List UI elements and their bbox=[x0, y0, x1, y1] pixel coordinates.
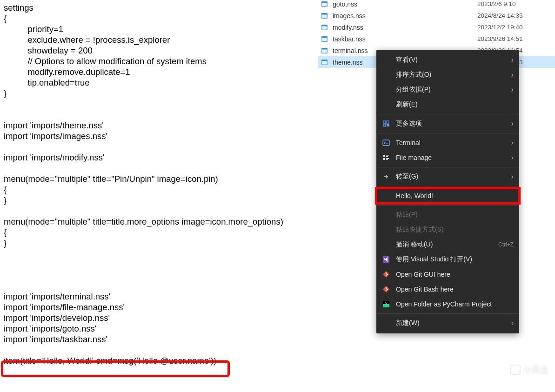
code-line: { bbox=[4, 13, 320, 24]
svg-rect-25 bbox=[386, 155, 389, 156]
svg-rect-24 bbox=[383, 155, 385, 157]
menu-item[interactable]: 新建(W)› bbox=[376, 316, 519, 331]
chevron-right-icon: › bbox=[511, 173, 514, 181]
svg-rect-21 bbox=[387, 124, 389, 126]
menu-item[interactable]: 撤消 移动(U)Ctrl+Z bbox=[376, 237, 519, 252]
file-icon bbox=[321, 0, 329, 8]
menu-label: Hello, World! bbox=[396, 192, 514, 199]
chevron-right-icon: › bbox=[511, 319, 514, 327]
code-line: } bbox=[4, 195, 320, 206]
menu-item[interactable]: 转至(G)› bbox=[376, 169, 519, 184]
code-line: menu(mode="multiple" title=title.more_op… bbox=[4, 216, 320, 227]
goto-icon bbox=[382, 173, 390, 181]
svg-rect-29 bbox=[386, 159, 388, 160]
menu-label: 更多选项 bbox=[396, 120, 508, 128]
filemanage-icon bbox=[382, 153, 390, 162]
menu-item[interactable]: 排序方式(O)› bbox=[376, 67, 519, 82]
git-icon bbox=[382, 270, 390, 279]
code-line: modify.remove.duplicate=1 bbox=[4, 66, 320, 77]
code-line bbox=[4, 248, 320, 259]
code-line: tip.enabled=true bbox=[4, 77, 320, 88]
code-line bbox=[4, 280, 320, 291]
menu-label: 新建(W) bbox=[396, 319, 508, 327]
menu-separator bbox=[377, 186, 519, 186]
code-line bbox=[4, 206, 320, 216]
menu-separator bbox=[377, 133, 519, 133]
code-line: { bbox=[4, 227, 320, 238]
blank-icon bbox=[382, 240, 390, 249]
blank-icon bbox=[382, 100, 390, 109]
svg-rect-10 bbox=[321, 36, 328, 38]
menu-label: Open Folder as PyCharm Project bbox=[396, 300, 514, 308]
menu-item[interactable]: 查看(V)› bbox=[376, 53, 519, 67]
menu-shortcut: Ctrl+Z bbox=[498, 241, 514, 248]
file-date: 2023/12/2 19:40 bbox=[477, 24, 549, 31]
svg-rect-8 bbox=[322, 26, 327, 29]
code-line: priority=1 bbox=[4, 24, 320, 34]
file-icon bbox=[321, 23, 329, 32]
blank-icon bbox=[382, 56, 390, 64]
code-line bbox=[4, 259, 320, 270]
menu-item[interactable]: Open Git GUI here bbox=[376, 267, 519, 282]
menu-label: Open Git Bash here bbox=[396, 286, 514, 293]
more-icon bbox=[382, 120, 390, 128]
menu-item[interactable]: Open Git Bash here bbox=[376, 282, 519, 297]
chevron-right-icon: › bbox=[511, 139, 514, 147]
code-line: { bbox=[4, 184, 320, 195]
menu-item: 粘贴快捷方式(S) bbox=[376, 222, 519, 237]
blank-icon bbox=[382, 226, 390, 234]
code-line: import 'imports/terminal.nss' bbox=[4, 291, 320, 302]
chevron-right-icon: › bbox=[511, 153, 514, 162]
menu-label: 转至(G) bbox=[396, 173, 508, 181]
menu-label: 查看(V) bbox=[396, 56, 508, 64]
menu-label: 粘贴快捷方式(S) bbox=[396, 226, 514, 234]
menu-label: 撤消 移动(U) bbox=[396, 240, 495, 249]
menu-item[interactable]: 使用 Visual Studio 打开(V) bbox=[376, 252, 519, 267]
file-row[interactable]: goto.nss2023/2/6 9:10 bbox=[318, 0, 555, 10]
code-line: } bbox=[4, 238, 320, 248]
code-highlight-box bbox=[1, 360, 230, 377]
menu-item[interactable]: PCOpen Folder as PyCharm Project bbox=[376, 297, 519, 312]
blank-icon bbox=[382, 86, 390, 94]
menu-separator bbox=[377, 114, 519, 114]
svg-rect-14 bbox=[322, 49, 327, 53]
pycharm-icon: PC bbox=[382, 300, 390, 308]
menu-item[interactable]: Hello, World! bbox=[376, 188, 519, 203]
file-date: 2024/8/24 14:35 bbox=[477, 12, 549, 19]
menu-label: 分组依据(P) bbox=[396, 86, 508, 94]
code-line bbox=[4, 109, 320, 120]
svg-rect-7 bbox=[321, 25, 328, 27]
svg-rect-2 bbox=[322, 3, 327, 6]
menu-item[interactable]: 更多选项› bbox=[376, 116, 519, 131]
svg-rect-16 bbox=[321, 60, 328, 61]
svg-text:PC: PC bbox=[384, 301, 387, 304]
menu-label: 使用 Visual Studio 打开(V) bbox=[396, 255, 514, 264]
menu-item[interactable]: Terminal› bbox=[376, 135, 519, 150]
menu-separator bbox=[377, 313, 519, 314]
file-row[interactable]: taskbar.nss2023/9/26 14:51 bbox=[318, 33, 555, 45]
file-icon bbox=[321, 47, 329, 55]
file-name: goto.nss bbox=[333, 0, 477, 8]
svg-rect-26 bbox=[386, 156, 388, 157]
svg-rect-19 bbox=[387, 121, 389, 123]
menu-item[interactable]: File manage› bbox=[376, 150, 519, 165]
code-line bbox=[4, 270, 320, 280]
chevron-right-icon: › bbox=[511, 86, 514, 94]
code-line: } bbox=[4, 88, 320, 99]
file-row[interactable]: images.nss2024/8/24 14:35 bbox=[318, 10, 555, 21]
file-row[interactable]: modify.nss2023/12/2 19:40 bbox=[318, 21, 555, 33]
vs-icon bbox=[382, 255, 390, 264]
file-name: modify.nss bbox=[333, 24, 477, 31]
menu-item[interactable]: 分组依据(P)› bbox=[376, 82, 519, 97]
menu-item[interactable]: 刷新(E) bbox=[376, 97, 519, 112]
file-icon bbox=[321, 35, 329, 43]
chevron-right-icon: › bbox=[511, 56, 514, 64]
code-line: import 'imports/theme.nss' bbox=[4, 120, 320, 131]
menu-label: 粘贴(P) bbox=[396, 211, 514, 219]
menu-separator bbox=[377, 205, 519, 206]
blank-icon bbox=[382, 319, 390, 327]
menu-item: 粘贴(P) bbox=[376, 207, 519, 222]
svg-rect-11 bbox=[322, 38, 327, 41]
code-line: import 'imports/images.nss' bbox=[4, 131, 320, 141]
blank-icon bbox=[382, 211, 390, 219]
